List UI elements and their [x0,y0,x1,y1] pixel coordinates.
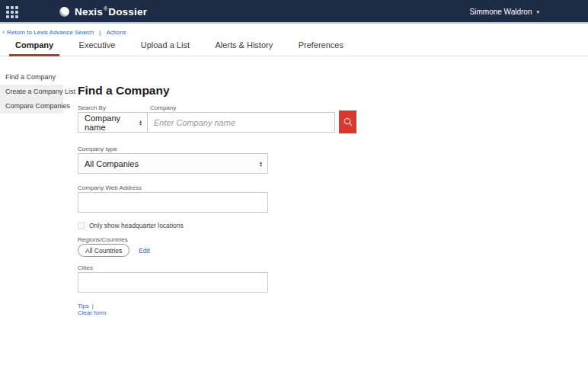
regions-pill-row: All Countries Edit [78,244,367,257]
cities-label: Cities [78,264,367,271]
web-address-input[interactable] [78,192,268,213]
search-by-select[interactable]: Company name ▲▼ [78,112,148,133]
find-a-company-form: Find a Company Search By Company Company… [78,79,367,316]
hq-checkbox[interactable] [78,223,85,229]
sidebar-item-find-a-company[interactable]: Find a Company [0,70,63,85]
company-type-value: All Companies [85,159,255,168]
select-stepper-icon: ▲▼ [259,161,263,167]
logo-brand-text: Nexis [75,6,103,18]
main-tabs: Company Executive Upload a List Alerts &… [0,35,588,56]
tab-upload-a-list[interactable]: Upload a List [135,35,196,56]
tab-executive[interactable]: Executive [73,35,122,56]
company-label: Company [150,104,176,111]
footer-separator: | [92,303,94,309]
sidebar: Find a Company Create a Company List Com… [0,70,63,114]
company-type-select[interactable]: All Companies ▲▼ [78,153,268,174]
page-title: Find a Company [78,84,367,98]
search-labels-row: Search By Company [78,104,367,111]
chevron-down-icon: ▾ [536,9,539,15]
tab-alerts-history[interactable]: Alerts & History [209,35,279,56]
select-stepper-icon: ▲▼ [139,120,142,126]
search-by-label: Search By [78,104,150,111]
logo-product-text: Dossier [108,6,147,18]
form-footer-links: Tips| Clear form [78,303,367,316]
hq-checkbox-row: Only show headquarter locations [78,222,367,229]
user-name: Simmone Waldron [470,8,532,16]
tab-company[interactable]: Company [9,35,59,56]
sidebar-item-compare-companies[interactable]: Compare Companies [0,99,63,114]
search-by-value: Company name [85,114,135,132]
search-icon [343,117,353,127]
tab-preferences[interactable]: Preferences [292,35,350,56]
search-row: Company name ▲▼ [78,112,367,133]
regions-countries-label: Regions/Countries [78,236,367,243]
registered-mark: ® [104,6,107,11]
all-countries-chip[interactable]: All Countries [78,244,129,257]
page: Nexis ® Dossier Simmone Waldron ▾ ‹Retur… [0,0,588,381]
web-address-label: Company Web Address [78,184,367,191]
tips-link[interactable]: Tips [78,303,89,309]
cities-input[interactable] [78,272,268,293]
top-bar: Nexis ® Dossier Simmone Waldron ▾ [0,0,588,24]
hq-checkbox-label: Only show headquarter locations [89,222,184,229]
search-button[interactable] [339,110,356,133]
app-launcher-grid-icon[interactable] [6,6,19,18]
company-type-label: Company type [78,146,367,152]
company-name-input[interactable] [147,112,335,133]
clear-form-link[interactable]: Clear form [78,309,106,316]
sidebar-item-create-a-company-list[interactable]: Create a Company List [0,85,63,99]
nexis-sphere-icon [59,7,69,17]
nexis-dossier-logo: Nexis ® Dossier [59,0,147,24]
user-menu[interactable]: Simmone Waldron ▾ [470,0,539,24]
edit-regions-link[interactable]: Edit [139,247,150,255]
